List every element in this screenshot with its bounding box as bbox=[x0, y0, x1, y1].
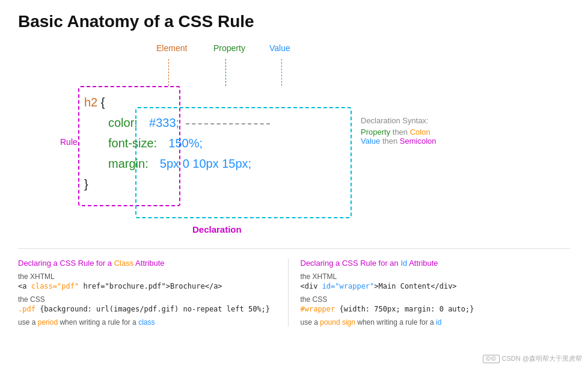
id-heading-post: Attribute bbox=[407, 259, 438, 268]
id-pound-word: pound sign bbox=[320, 318, 355, 327]
element-label: Element bbox=[156, 43, 187, 53]
class-xhtml-label: the XHTML bbox=[18, 272, 276, 281]
cc-text2: Ⓒ bbox=[491, 355, 496, 362]
class-heading-highlight: Class bbox=[114, 259, 134, 268]
class-attr: class="pdf" bbox=[31, 282, 79, 290]
id-xhtml-label: the XHTML bbox=[301, 272, 559, 281]
class-xhtml-code: <a class="pdf" href="brochure.pdf">Broch… bbox=[18, 282, 276, 290]
watermark-text: CSDN @森明帮大于黑虎帮 bbox=[502, 354, 582, 363]
element-arrow bbox=[168, 59, 169, 86]
code-line-color: color: #333; bbox=[84, 112, 570, 133]
code-section: Rule h2 { color: #333; font-size: 150%; bbox=[54, 86, 570, 230]
code-selector: h2 bbox=[84, 96, 97, 109]
code-margin-property: margin: bbox=[108, 157, 149, 170]
id-id-word: id bbox=[436, 318, 441, 327]
code-fontsize-value: 150%; bbox=[168, 136, 203, 150]
class-heading: Declaring a CSS Rule for a Class Attribu… bbox=[18, 259, 276, 268]
labels-row: Element Property Value bbox=[120, 43, 570, 59]
bottom-id-col: Declaring a CSS Rule for an Id Attribute… bbox=[288, 259, 571, 327]
class-heading-post: Attribute bbox=[133, 259, 164, 268]
id-selector: #wrapper bbox=[301, 305, 335, 313]
code-color-property: color: bbox=[108, 116, 138, 129]
code-line-fontsize: font-size: 150%; bbox=[84, 133, 570, 153]
code-line-close: } bbox=[84, 174, 570, 194]
class-heading-pre: Declaring a CSS Rule for a bbox=[18, 259, 114, 268]
bottom-section: Declaring a CSS Rule for a Class Attribu… bbox=[18, 248, 570, 327]
code-margin-value: 5px 0 10px 15px; bbox=[160, 157, 251, 170]
property-label: Property bbox=[213, 43, 245, 53]
id-css-label: the CSS bbox=[301, 295, 559, 304]
declaration-label: Declaration bbox=[192, 224, 242, 235]
page-title: Basic Anatomy of a CSS Rule bbox=[18, 12, 570, 31]
id-css-code: #wrapper {width: 750px; margin: 0 auto;} bbox=[301, 305, 559, 313]
id-heading-pre: Declaring a CSS Rule for an bbox=[301, 259, 401, 268]
id-xhtml-code: <div id="wrapper">Main Content</div> bbox=[301, 282, 559, 290]
cc-text: Ⓒ bbox=[486, 355, 491, 362]
diagram-area: Element Property Value Rule h2 { color: … bbox=[18, 43, 570, 230]
bottom-class-col: Declaring a CSS Rule for a Class Attribu… bbox=[18, 259, 288, 327]
class-selector: .pdf bbox=[18, 305, 35, 313]
watermark: Ⓒ Ⓒ CSDN @森明帮大于黑虎帮 bbox=[483, 354, 582, 363]
code-line-selector: h2 { bbox=[84, 92, 570, 112]
value-arrow bbox=[281, 59, 282, 86]
class-period-word: period bbox=[38, 318, 58, 327]
property-arrow bbox=[225, 59, 226, 86]
id-note: use a pound sign when writing a rule for… bbox=[301, 318, 559, 327]
code-color-value: #333; bbox=[149, 116, 179, 129]
code-open-brace: { bbox=[101, 96, 105, 109]
code-line-margin: margin: 5px 0 10px 15px; bbox=[84, 153, 570, 174]
code-close-brace: } bbox=[84, 177, 88, 191]
cc-badge: Ⓒ Ⓒ bbox=[483, 355, 500, 363]
arrows-row bbox=[120, 59, 570, 86]
code-lines: h2 { color: #333; font-size: 150%; margi… bbox=[54, 86, 570, 200]
id-attr: id="wrapper" bbox=[322, 282, 375, 290]
code-fontsize-property: font-size: bbox=[108, 136, 157, 150]
id-heading: Declaring a CSS Rule for an Id Attribute bbox=[301, 259, 559, 268]
class-class-word: class bbox=[138, 318, 155, 327]
class-css-label: the CSS bbox=[18, 295, 276, 304]
value-label: Value bbox=[269, 43, 290, 53]
class-note: use a period when writing a rule for a c… bbox=[18, 318, 276, 327]
dashed-underline bbox=[186, 123, 270, 124]
class-css-code: .pdf {background: url(images/pdf.gif) no… bbox=[18, 305, 276, 313]
id-heading-highlight: Id bbox=[400, 259, 407, 268]
